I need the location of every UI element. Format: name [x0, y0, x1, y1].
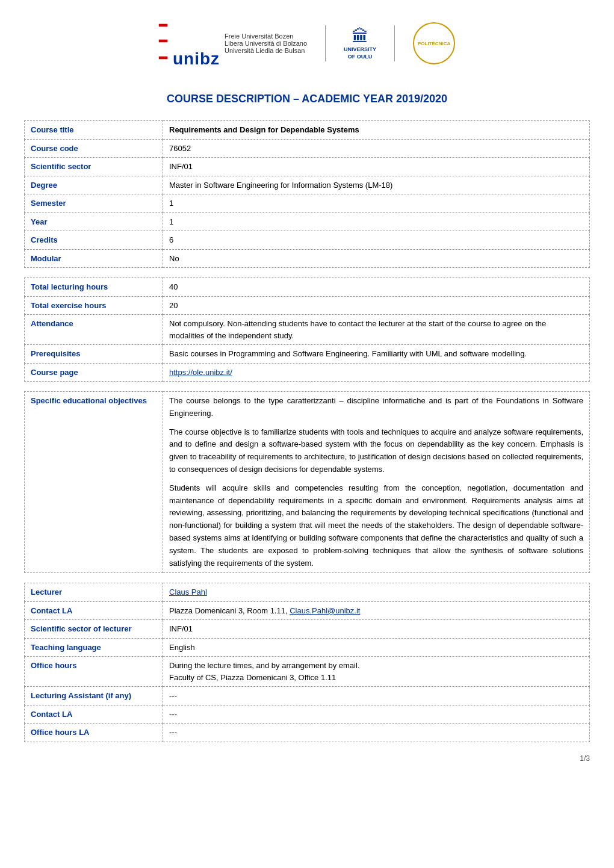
label-cell: Year	[25, 212, 163, 231]
table-row: ModularNo	[25, 249, 590, 268]
lecturer-link[interactable]: Claus Pahl	[169, 587, 207, 597]
value-cell: Not compulsory. Non-attending students h…	[163, 315, 590, 345]
unibz-name-ladin: Università Liedia de Bulsan	[225, 47, 307, 54]
value-cell: ---	[163, 705, 590, 724]
label-cell: Contact LA	[25, 601, 163, 620]
label-cell: Contact LA	[25, 705, 163, 724]
value-cell: INF/01	[163, 158, 590, 176]
value-cell: During the lecture times, and by arrange…	[163, 657, 590, 687]
hours-info-table: Total lecturing hours40Total exercise ho…	[24, 277, 590, 382]
value-cell: INF/01	[163, 620, 590, 639]
label-cell: Prerequisites	[25, 345, 163, 364]
label-cell: Scientific sector of lecturer	[25, 620, 163, 639]
email-link[interactable]: Claus.Pahl@unibz.it	[290, 606, 360, 615]
table-row: Office hours LA---	[25, 724, 590, 742]
label-cell: Credits	[25, 231, 163, 250]
table-row: Scientific sector of lecturerINF/01	[25, 620, 590, 639]
value-cell: No	[163, 249, 590, 268]
value-cell: 40	[163, 278, 590, 297]
unibz-logo: ━━━ unibz Freie Universität Bozen Libera…	[159, 18, 307, 69]
label-cell: Course code	[25, 139, 163, 158]
label-cell: Course page	[25, 363, 163, 382]
value-cell: https://ole.unibz.it/	[163, 363, 590, 382]
value-cell: ---	[163, 724, 590, 742]
oulu-icon: 🏛	[352, 26, 368, 46]
label-cell: Attendance	[25, 315, 163, 345]
value-cell: 1	[163, 194, 590, 213]
course-page-link[interactable]: https://ole.unibz.it/	[169, 368, 232, 377]
table-row: Scientific sectorINF/01	[25, 158, 590, 176]
table-row: Contact LAPiazza Domenicani 3, Room 1.11…	[25, 601, 590, 620]
table-row: Teaching languageEnglish	[25, 638, 590, 657]
label-cell: Degree	[25, 176, 163, 194]
table-row: Credits6	[25, 231, 590, 250]
unibz-names: Freie Universität Bozen Libera Universit…	[225, 33, 307, 54]
table-row: Contact LA---	[25, 705, 590, 724]
value-cell: Piazza Domenicani 3, Room 1.11, Claus.Pa…	[163, 601, 590, 620]
value-cell: 6	[163, 231, 590, 250]
table-row: Course pagehttps://ole.unibz.it/	[25, 363, 590, 382]
value-cell: Master in Software Engineering for Infor…	[163, 176, 590, 194]
value-cell: Basic courses in Programming and Softwar…	[163, 345, 590, 364]
unibz-name-german: Freie Universität Bozen	[225, 33, 307, 40]
label-cell: Total lecturing hours	[25, 278, 163, 297]
header-divider-2	[394, 25, 395, 61]
table-row: Total lecturing hours40	[25, 278, 590, 297]
lecturer-info-table: LecturerClaus PahlContact LAPiazza Domen…	[24, 583, 590, 742]
value-cell: 20	[163, 296, 590, 315]
unibz-name-italian: Libera Università di Bolzano	[225, 40, 307, 47]
table-row: Lecturing Assistant (if any)---	[25, 687, 590, 705]
objectives-table: Specific educational objectives The cour…	[24, 391, 590, 573]
politecnica-logo: POLITÉCNICA	[413, 22, 455, 64]
table-row: PrerequisitesBasic courses in Programmin…	[25, 345, 590, 364]
unibz-brand-text: ━━━ unibz	[159, 18, 220, 69]
label-cell: Lecturer	[25, 583, 163, 602]
objectives-paragraph: The course belongs to the type caratteri…	[169, 395, 583, 420]
objectives-paragraph: The course objective is to familiarize s…	[169, 426, 583, 476]
table-row: LecturerClaus Pahl	[25, 583, 590, 602]
label-cell: Office hours	[25, 657, 163, 687]
table-row: Course code76052	[25, 139, 590, 158]
page-header: ━━━ unibz Freie Universität Bozen Libera…	[24, 12, 590, 75]
objectives-label: Specific educational objectives	[25, 392, 163, 573]
table-row: Semester1	[25, 194, 590, 213]
label-cell: Lecturing Assistant (if any)	[25, 687, 163, 705]
table-row: Course titleRequirements and Design for …	[25, 121, 590, 140]
value-cell: Requirements and Design for Dependable S…	[163, 121, 590, 140]
label-cell: Total exercise hours	[25, 296, 163, 315]
table-row: Total exercise hours20	[25, 296, 590, 315]
page-title: COURSE DESCRIPTION – ACADEMIC YEAR 2019/…	[24, 93, 590, 105]
label-cell: Semester	[25, 194, 163, 213]
table-row: AttendanceNot compulsory. Non-attending …	[25, 315, 590, 345]
table-row: Office hoursDuring the lecture times, an…	[25, 657, 590, 687]
label-cell: Office hours LA	[25, 724, 163, 742]
oulu-text: UNIVERSITY OF OULU	[344, 46, 376, 60]
value-cell: Claus Pahl	[163, 583, 590, 602]
label-cell: Course title	[25, 121, 163, 140]
objectives-paragraph: Students will acquire skills and compete…	[169, 482, 583, 570]
basic-info-table: Course titleRequirements and Design for …	[24, 120, 590, 268]
value-cell: 76052	[163, 139, 590, 158]
objectives-row: Specific educational objectives The cour…	[25, 392, 590, 573]
label-cell: Teaching language	[25, 638, 163, 657]
value-cell: English	[163, 638, 590, 657]
value-cell: 1	[163, 212, 590, 231]
header-divider	[325, 25, 326, 61]
objectives-value: The course belongs to the type caratteri…	[163, 392, 590, 573]
label-cell: Modular	[25, 249, 163, 268]
table-row: Year1	[25, 212, 590, 231]
table-row: DegreeMaster in Software Engineering for…	[25, 176, 590, 194]
label-cell: Scientific sector	[25, 158, 163, 176]
oulu-logo: 🏛 UNIVERSITY OF OULU	[344, 26, 376, 60]
value-cell: ---	[163, 687, 590, 705]
page-number: 1/3	[24, 754, 590, 763]
